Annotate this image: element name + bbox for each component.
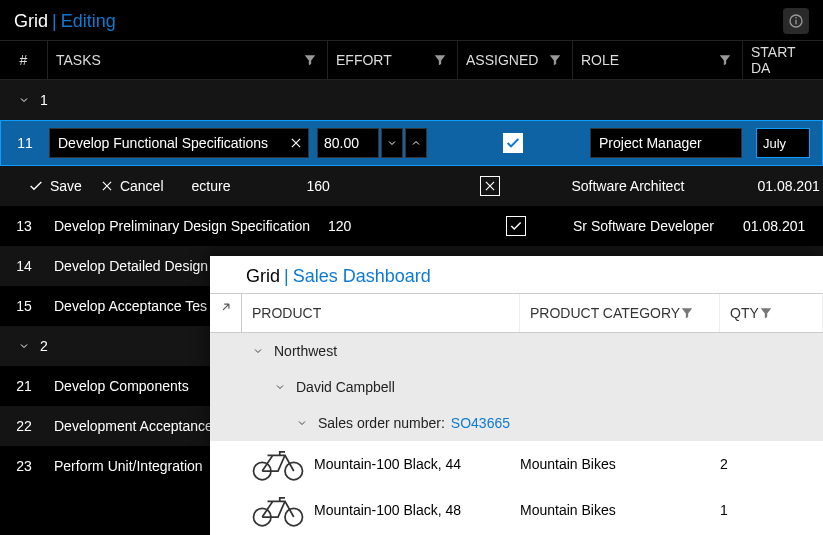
group-label: 1 [40,92,48,108]
light-title-sub: Sales Dashboard [293,266,431,286]
chevron-down-icon [18,94,30,106]
info-button[interactable] [783,8,809,34]
chevron-down-icon [274,381,286,393]
check-icon [28,178,44,194]
category-cell: Mountain Bikes [520,502,720,518]
effort-cell: 120 [328,218,458,234]
chevron-down-icon [252,345,264,357]
group-region[interactable]: Northwest [210,333,823,369]
role-cell: Software Architect [571,178,741,194]
col-qty[interactable]: QTY [720,294,823,332]
col-tasks[interactable]: TASKS [48,41,328,79]
row-number: 21 [0,378,48,394]
filter-icon[interactable] [433,53,447,67]
col-start[interactable]: START DA [743,41,823,79]
row-number: 15 [0,298,48,314]
light-title-grid: Grid [246,266,280,286]
editing-row: 11 Project Manager July [0,120,823,166]
col-role-label: ROLE [581,52,619,68]
cancel-label: Cancel [120,178,164,194]
grid-title-subtitle: Editing [61,11,116,31]
save-label: Save [50,178,82,194]
group-order-label: Sales order number: [318,415,445,431]
col-number-label: # [20,52,28,68]
task-text-fragment: ecture [192,178,231,194]
product-name: Mountain-100 Black, 48 [314,502,461,518]
effort-decrease[interactable] [381,128,403,158]
group-region-label: Northwest [274,343,337,359]
group-order[interactable]: Sales order number: SO43665 [210,405,823,441]
col-assigned[interactable]: ASSIGNED [458,41,573,79]
group-row-1[interactable]: 1 [0,80,823,120]
category-cell: Mountain Bikes [520,456,720,472]
light-title-pipe: | [284,266,289,286]
col-category[interactable]: PRODUCT CATEGORY [520,294,720,332]
chevron-down-icon [296,417,308,429]
row-number: 11 [1,135,49,151]
start-cell: 01.08.201 [757,178,823,194]
col-product-label: PRODUCT [252,305,321,321]
role-cell: Sr Software Developer [573,218,743,234]
table-row[interactable]: 13 Develop Preliminary Design Specificat… [0,206,823,246]
check-icon [509,219,523,233]
row-number: 23 [0,458,48,474]
chevron-down-icon [18,340,30,352]
grid-title-grid: Grid [14,11,48,31]
task-cell: Develop Preliminary Design Specification [48,218,328,234]
svg-rect-1 [795,20,796,25]
arrow-expand-icon [219,300,233,314]
grid-title-pipe: | [52,11,57,31]
column-headers: # TASKS EFFORT ASSIGNED ROLE START DA [0,40,823,80]
task-input[interactable] [49,128,309,158]
product-name: Mountain-100 Black, 44 [314,456,461,472]
product-row[interactable]: Mountain-100 Black, 48 Mountain Bikes 1 [210,487,823,533]
col-category-label: PRODUCT CATEGORY [530,305,680,321]
filter-icon[interactable] [303,53,317,67]
assigned-checkbox[interactable] [480,176,500,196]
effort-increase[interactable] [405,128,427,158]
col-effort[interactable]: EFFORT [328,41,458,79]
expand-panel-button[interactable] [210,294,242,332]
qty-cell: 1 [720,502,823,518]
row-number: 13 [0,218,48,234]
qty-cell: 2 [720,456,823,472]
col-qty-label: QTY [730,305,759,321]
col-effort-label: EFFORT [336,52,392,68]
cancel-button[interactable]: Cancel [100,178,164,194]
filter-icon[interactable] [548,53,562,67]
role-select[interactable]: Project Manager [590,128,742,158]
filter-icon[interactable] [759,306,773,320]
product-row[interactable]: Mountain-100 Black, 44 Mountain Bikes 2 [210,441,823,487]
group-label: 2 [40,338,48,354]
assigned-checkbox[interactable] [503,133,523,153]
sales-dashboard-panel: Grid|Sales Dashboard PRODUCT PRODUCT CAT… [210,256,823,535]
col-assigned-label: ASSIGNED [466,52,538,68]
assigned-checkbox[interactable] [506,216,526,236]
bike-icon [250,492,306,528]
col-product[interactable]: PRODUCT [242,294,520,332]
chevron-up-icon [410,137,422,149]
date-select[interactable]: July [756,128,810,158]
save-button[interactable]: Save [28,178,82,194]
filter-icon[interactable] [718,53,732,67]
check-icon [505,135,521,151]
info-icon [788,13,804,29]
col-number[interactable]: # [0,41,48,79]
row-number: 22 [0,418,48,434]
col-start-label: START DA [751,44,815,76]
bike-icon [250,446,306,482]
clear-icon[interactable] [289,136,303,150]
effort-input[interactable] [317,128,379,158]
row-number: 14 [0,258,48,274]
svg-rect-2 [795,17,796,18]
x-icon [483,179,497,193]
filter-icon[interactable] [680,306,694,320]
chevron-down-icon [386,137,398,149]
group-order-value: SO43665 [451,415,510,431]
row-12-actions: Save Cancel ecture 160 Software Architec… [0,166,823,206]
col-tasks-label: TASKS [56,52,101,68]
close-icon [100,179,114,193]
group-person-label: David Campbell [296,379,395,395]
group-person[interactable]: David Campbell [210,369,823,405]
col-role[interactable]: ROLE [573,41,743,79]
